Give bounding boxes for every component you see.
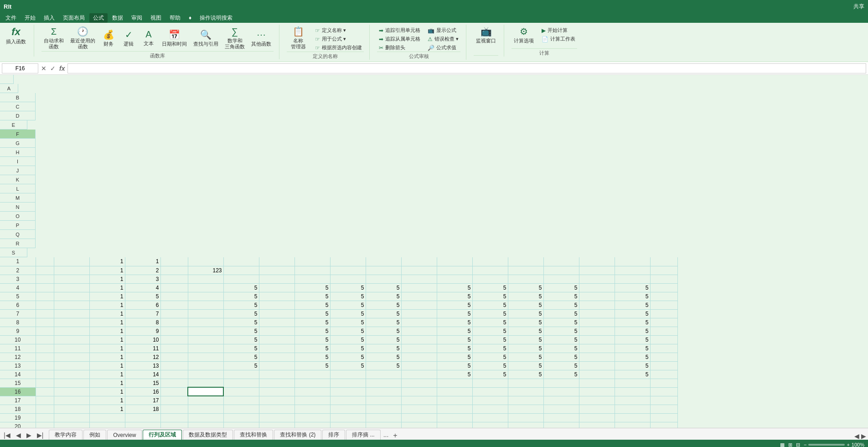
cell-O15[interactable] — [508, 379, 543, 387]
cell-M13[interactable]: 5 — [437, 361, 472, 370]
cell-P3[interactable] — [543, 275, 579, 283]
cell-J8[interactable]: 5 — [330, 318, 366, 327]
col-header-M[interactable]: M — [0, 193, 36, 203]
cell-J18[interactable] — [330, 405, 366, 413]
cell-F11[interactable] — [188, 344, 223, 353]
cell-J16[interactable] — [330, 387, 366, 396]
cell-N19[interactable] — [472, 413, 508, 422]
cell-G20[interactable] — [223, 422, 259, 428]
cell-P15[interactable] — [543, 379, 579, 387]
cell-A13[interactable] — [36, 361, 54, 370]
text-button[interactable]: A 文本 — [140, 28, 158, 48]
cell-G11[interactable]: 5 — [223, 344, 259, 353]
cell-A1[interactable] — [36, 257, 54, 266]
cell-G4[interactable]: 5 — [223, 283, 259, 292]
cell-K15[interactable] — [366, 379, 401, 387]
cell-R7[interactable]: 5 — [615, 309, 650, 318]
cell-I11[interactable]: 5 — [294, 344, 330, 353]
cell-R4[interactable]: 5 — [615, 283, 650, 292]
cell-Q9[interactable] — [579, 327, 615, 335]
cell-C3[interactable]: 1 — [89, 275, 125, 283]
cell-I16[interactable] — [294, 387, 330, 396]
cell-F7[interactable] — [188, 309, 223, 318]
cell-Q2[interactable] — [579, 266, 615, 275]
row-header-3[interactable]: 3 — [0, 275, 36, 283]
cell-A6[interactable] — [36, 301, 54, 309]
cell-F10[interactable] — [188, 335, 223, 344]
cell-A4[interactable] — [36, 283, 54, 292]
cell-D5[interactable]: 5 — [125, 292, 160, 301]
cell-S5[interactable] — [650, 292, 677, 301]
cell-I12[interactable]: 5 — [294, 353, 330, 361]
row-header-14[interactable]: 14 — [0, 370, 36, 379]
col-header-C[interactable]: C — [0, 102, 36, 111]
formula-input[interactable] — [67, 63, 866, 73]
cell-Q16[interactable] — [579, 387, 615, 396]
cell-N15[interactable] — [472, 379, 508, 387]
cell-B14[interactable] — [54, 370, 89, 379]
cell-K4[interactable]: 5 — [366, 283, 401, 292]
insert-function-button[interactable]: fx 插入函数 — [4, 25, 28, 46]
cell-E12[interactable] — [160, 353, 188, 361]
cell-Q5[interactable] — [579, 292, 615, 301]
cell-Q4[interactable] — [579, 283, 615, 292]
cell-F2[interactable]: 123 — [188, 266, 223, 275]
grid-scroll[interactable]: A B C D E F G H I J K L M N O P Q — [0, 75, 868, 428]
row-header-19[interactable]: 19 — [0, 413, 36, 422]
cell-F18[interactable] — [188, 405, 223, 413]
cell-L18[interactable] — [401, 405, 437, 413]
cell-E16[interactable] — [160, 387, 188, 396]
cell-H10[interactable] — [259, 335, 294, 344]
cell-K8[interactable]: 5 — [366, 318, 401, 327]
menu-formula[interactable]: 公式 — [89, 13, 108, 23]
cell-C15[interactable]: 1 — [89, 379, 125, 387]
cell-S15[interactable] — [650, 379, 677, 387]
cell-E4[interactable] — [160, 283, 188, 292]
cell-C6[interactable]: 1 — [89, 301, 125, 309]
cell-K2[interactable] — [366, 266, 401, 275]
cell-I3[interactable] — [294, 275, 330, 283]
cell-N13[interactable]: 5 — [472, 361, 508, 370]
cell-R5[interactable]: 5 — [615, 292, 650, 301]
cell-A15[interactable] — [36, 379, 54, 387]
cell-N7[interactable]: 5 — [472, 309, 508, 318]
cell-O12[interactable]: 5 — [508, 353, 543, 361]
cell-L4[interactable] — [401, 283, 437, 292]
cell-D14[interactable]: 14 — [125, 370, 160, 379]
tab-sort-summary[interactable]: 排序摘 ... — [346, 430, 380, 440]
cell-H13[interactable] — [259, 361, 294, 370]
cell-N14[interactable]: 5 — [472, 370, 508, 379]
cell-H19[interactable] — [259, 413, 294, 422]
cell-F14[interactable] — [188, 370, 223, 379]
cell-A3[interactable] — [36, 275, 54, 283]
tab-overview[interactable]: Overview — [107, 430, 142, 440]
cell-K12[interactable]: 5 — [366, 353, 401, 361]
cell-D11[interactable]: 11 — [125, 344, 160, 353]
cell-C7[interactable]: 1 — [89, 309, 125, 318]
cell-H5[interactable] — [259, 292, 294, 301]
cell-N8[interactable]: 5 — [472, 318, 508, 327]
cell-I20[interactable] — [294, 422, 330, 428]
cell-I1[interactable] — [294, 257, 330, 266]
cell-B2[interactable] — [54, 266, 89, 275]
menu-view[interactable]: 视图 — [147, 13, 165, 23]
cell-A9[interactable] — [36, 327, 54, 335]
cell-P11[interactable]: 5 — [543, 344, 579, 353]
cell-O19[interactable] — [508, 413, 543, 422]
cell-O8[interactable]: 5 — [508, 318, 543, 327]
cell-J1[interactable] — [330, 257, 366, 266]
cell-S11[interactable] — [650, 344, 677, 353]
col-header-L[interactable]: L — [0, 184, 36, 193]
cell-J17[interactable] — [330, 396, 366, 405]
cell-L11[interactable] — [401, 344, 437, 353]
cell-H7[interactable] — [259, 309, 294, 318]
cell-E19[interactable] — [160, 413, 188, 422]
cell-A2[interactable] — [36, 266, 54, 275]
evaluate-formula-button[interactable]: 🔎 公式求值 — [426, 44, 460, 52]
cell-G15[interactable] — [223, 379, 259, 387]
cell-M7[interactable]: 5 — [437, 309, 472, 318]
cell-K14[interactable] — [366, 370, 401, 379]
cell-A5[interactable] — [36, 292, 54, 301]
cell-R10[interactable]: 5 — [615, 335, 650, 344]
cell-O9[interactable]: 5 — [508, 327, 543, 335]
